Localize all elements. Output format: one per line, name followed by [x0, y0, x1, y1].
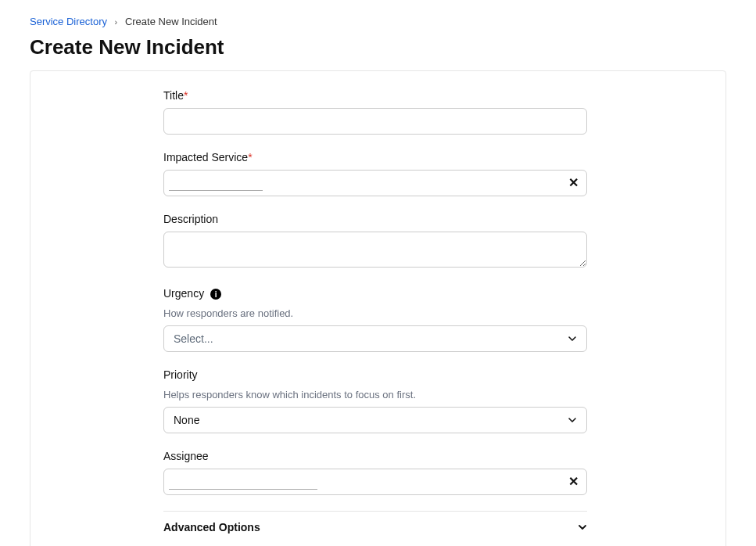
breadcrumb-current: Create New Incident [125, 16, 217, 27]
priority-select[interactable]: None [163, 407, 587, 433]
assignee-combobox[interactable]: ✕ [163, 469, 587, 495]
urgency-label: Urgency i [163, 287, 221, 300]
chevron-down-icon [568, 415, 577, 425]
page-title: Create New Incident [30, 35, 726, 59]
urgency-select-text: Select... [174, 332, 213, 345]
impacted-service-input[interactable] [169, 175, 263, 191]
close-icon: ✕ [568, 176, 579, 189]
priority-field: Priority Helps responders know which inc… [163, 368, 587, 433]
advanced-options-toggle[interactable]: Advanced Options [163, 512, 587, 543]
description-textarea[interactable] [163, 232, 587, 268]
impacted-service-clear-button[interactable]: ✕ [568, 177, 579, 189]
assignee-label: Assignee [163, 450, 209, 462]
form-card: Title* Impacted Service* ✕ Description U… [30, 70, 726, 546]
urgency-field: Urgency i How responders are notified. S… [163, 286, 587, 352]
title-field: Title* [163, 88, 587, 135]
impacted-service-label-text: Impacted Service [163, 151, 248, 163]
required-asterisk: * [184, 89, 188, 102]
assignee-field: Assignee ✕ [163, 449, 587, 495]
description-field: Description [163, 212, 587, 271]
assignee-clear-button[interactable]: ✕ [568, 476, 579, 488]
assignee-input[interactable] [169, 474, 317, 490]
chevron-down-icon [578, 523, 587, 532]
required-asterisk: * [248, 151, 252, 163]
priority-label: Priority [163, 368, 198, 381]
advanced-options-label: Advanced Options [163, 521, 260, 533]
title-label: Title* [163, 89, 188, 102]
urgency-label-text: Urgency [163, 287, 204, 300]
impacted-service-label: Impacted Service* [163, 151, 253, 163]
priority-select-text: None [174, 414, 199, 426]
impacted-service-field: Impacted Service* ✕ [163, 150, 587, 196]
close-icon: ✕ [568, 475, 579, 488]
breadcrumb-root-link[interactable]: Service Directory [30, 16, 107, 27]
breadcrumb-separator-icon: › [115, 17, 118, 27]
urgency-helper: How responders are notified. [163, 307, 587, 319]
description-label: Description [163, 213, 218, 225]
title-input[interactable] [163, 108, 587, 135]
info-icon[interactable]: i [210, 289, 221, 300]
urgency-select[interactable]: Select... [163, 325, 587, 352]
title-label-text: Title [163, 89, 184, 102]
impacted-service-combobox[interactable]: ✕ [163, 170, 587, 196]
chevron-down-icon [568, 334, 577, 343]
priority-helper: Helps responders know which incidents to… [163, 389, 587, 401]
breadcrumb: Service Directory › Create New Incident [30, 16, 726, 27]
